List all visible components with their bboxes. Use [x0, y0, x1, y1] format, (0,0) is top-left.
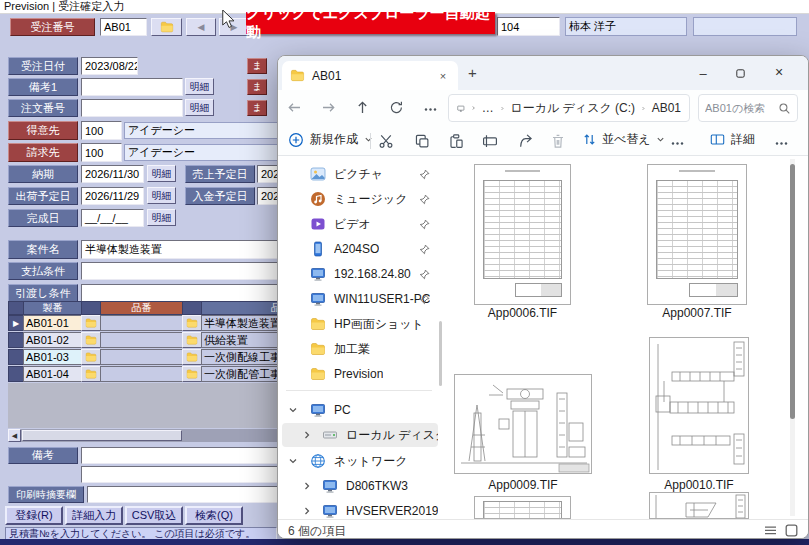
- window-close-button[interactable]: ×: [772, 65, 786, 79]
- sidebar-item-pc[interactable]: PC: [282, 398, 438, 422]
- search-box[interactable]: AB01の検索: [698, 94, 798, 122]
- order-folder-button[interactable]: [151, 18, 182, 36]
- hinban-cell[interactable]: [100, 315, 183, 331]
- file-thumbnail-app0009[interactable]: [454, 374, 592, 474]
- row3-folder-button-2[interactable]: [182, 349, 202, 365]
- delivery-detail-button[interactable]: 明細: [147, 165, 176, 182]
- sidebar-item-network[interactable]: ネットワーク: [282, 449, 438, 473]
- file-name[interactable]: App0006.TIF: [474, 306, 571, 320]
- row2-folder-button-2[interactable]: [182, 332, 202, 348]
- order-date-input[interactable]: 2023/08/22: [81, 57, 138, 75]
- order-no-input[interactable]: AB01: [100, 18, 147, 36]
- file-name[interactable]: App0009.TIF: [454, 478, 592, 492]
- billing-code-input[interactable]: 100: [81, 143, 122, 162]
- nav-more-icon[interactable]: [423, 102, 438, 117]
- delivery-input[interactable]: 2026/11/30: [81, 165, 144, 183]
- sidebar-scrollbar-thumb[interactable]: [439, 321, 442, 386]
- row3-folder-button-1[interactable]: [81, 349, 101, 365]
- explorer-tab[interactable]: AB01 ×: [282, 61, 458, 90]
- toolbar-more-icon[interactable]: [670, 136, 685, 151]
- up-icon[interactable]: [355, 100, 370, 115]
- search-button[interactable]: 検索(Q): [185, 506, 243, 525]
- files-scrollbar[interactable]: [790, 159, 795, 516]
- paste-icon[interactable]: [448, 133, 464, 149]
- hscroll-thumb[interactable]: [22, 430, 182, 441]
- prev-record-button[interactable]: ◀: [186, 18, 216, 36]
- sort-button[interactable]: 並べ替え: [582, 131, 665, 148]
- refresh-icon[interactable]: [389, 100, 404, 115]
- table-hscrollbar[interactable]: ◀: [8, 429, 278, 442]
- csv-import-button[interactable]: CSV取込: [125, 506, 183, 525]
- sidebar-item-prevision[interactable]: Prevision: [282, 362, 438, 386]
- ship-plan-input[interactable]: 2026/11/29: [81, 187, 144, 205]
- sidebar-item-kakougyou[interactable]: 加工業: [282, 337, 438, 361]
- breadcrumb-drive[interactable]: ローカル ディスク (C:): [510, 100, 635, 117]
- sidebar-item-win11user1-pc[interactable]: WIN11USER1-PC: [282, 287, 438, 311]
- window-minimize-button[interactable]: –: [696, 66, 710, 80]
- large-icons-view-icon[interactable]: [785, 524, 798, 537]
- seiban-cell[interactable]: AB01-04: [23, 366, 82, 382]
- rename-icon[interactable]: [482, 133, 498, 149]
- files-scrollbar-thumb[interactable]: [790, 164, 795, 419]
- row1-folder-button-2[interactable]: [182, 315, 202, 331]
- customer-code-input[interactable]: 100: [81, 121, 122, 140]
- complete-date-input[interactable]: __/__/__: [81, 209, 144, 227]
- seiban-cell[interactable]: AB01-01: [23, 315, 82, 331]
- list-view-icon[interactable]: [764, 525, 777, 537]
- share-icon[interactable]: [518, 133, 534, 149]
- delete-icon[interactable]: [550, 133, 566, 149]
- new-button[interactable]: 新規作成: [288, 131, 373, 148]
- seiban-cell[interactable]: AB01-02: [23, 332, 82, 348]
- sidebar-item-192-168-24-80[interactable]: 192.168.24.80: [282, 262, 438, 286]
- remarks1-detail-button[interactable]: 明細: [185, 78, 214, 95]
- detail-input-button[interactable]: 詳細入力: [65, 506, 123, 525]
- breadcrumb-ellipsis[interactable]: …: [482, 101, 494, 115]
- details-view-button[interactable]: 詳細: [710, 131, 755, 148]
- row2-folder-button-1[interactable]: [81, 332, 101, 348]
- sidebar-item-pictures[interactable]: ピクチャ: [282, 162, 438, 186]
- file-name[interactable]: App0010.TIF: [649, 478, 749, 492]
- hinban-cell[interactable]: [100, 332, 183, 348]
- sidebar-item-local-disk-c[interactable]: ローカル ディスク (C:): [282, 423, 438, 447]
- row-selector-4[interactable]: [8, 366, 24, 382]
- tab-close-icon[interactable]: ×: [436, 69, 450, 83]
- row4-folder-button-2[interactable]: [182, 366, 202, 382]
- po-no-input[interactable]: [81, 99, 183, 117]
- command-more-icon[interactable]: [774, 136, 789, 151]
- complete-date-detail-button[interactable]: 明細: [147, 209, 176, 226]
- matome-button-2[interactable]: ま: [247, 79, 267, 95]
- sidebar-item-d806tkw3[interactable]: D806TKW3: [282, 474, 438, 498]
- staff-code-input[interactable]: 104: [497, 17, 560, 36]
- row1-folder-button-1[interactable]: [81, 315, 101, 331]
- remarks1-input[interactable]: [81, 78, 183, 96]
- file-thumbnail-app0007[interactable]: [647, 164, 747, 305]
- back-icon[interactable]: [287, 100, 302, 115]
- hscroll-left-arrow[interactable]: ◀: [8, 429, 21, 442]
- file-thumbnail-app0006[interactable]: [474, 164, 571, 305]
- new-tab-button[interactable]: +: [468, 64, 477, 81]
- forward-icon[interactable]: [321, 100, 336, 115]
- register-button[interactable]: 登録(R): [5, 506, 63, 525]
- row-selector-2[interactable]: [8, 332, 24, 348]
- seiban-cell[interactable]: AB01-03: [23, 349, 82, 365]
- hinban-cell[interactable]: [100, 366, 183, 382]
- copy-icon[interactable]: [414, 133, 430, 149]
- sidebar-item-hp-screenshots[interactable]: HP画面ショット: [282, 312, 438, 336]
- explorer-autostart-banner[interactable]: クリックでエクスプローラー自動起動: [246, 12, 495, 34]
- po-no-detail-button[interactable]: 明細: [185, 99, 214, 116]
- file-thumbnail-partial-2[interactable]: [649, 492, 749, 519]
- file-thumbnail-partial-1[interactable]: [474, 496, 571, 519]
- file-name[interactable]: App0007.TIF: [647, 306, 747, 320]
- row4-folder-button-1[interactable]: [81, 366, 101, 382]
- cut-icon[interactable]: [378, 133, 394, 149]
- window-maximize-button[interactable]: [736, 69, 745, 78]
- file-thumbnail-app0010[interactable]: [649, 337, 749, 474]
- matome-button-3[interactable]: ま: [247, 100, 267, 116]
- breadcrumb-folder[interactable]: AB01: [652, 101, 681, 115]
- sidebar-item-videos[interactable]: ビデオ: [282, 212, 438, 236]
- sidebar-item-a204so[interactable]: A204SO: [282, 237, 438, 261]
- sidebar-item-music[interactable]: ミュージック: [282, 187, 438, 211]
- address-bar[interactable]: … ローカル ディスク (C:) AB01: [448, 94, 690, 122]
- ship-plan-detail-button[interactable]: 明細: [147, 187, 176, 204]
- row-selector-3[interactable]: [8, 349, 24, 365]
